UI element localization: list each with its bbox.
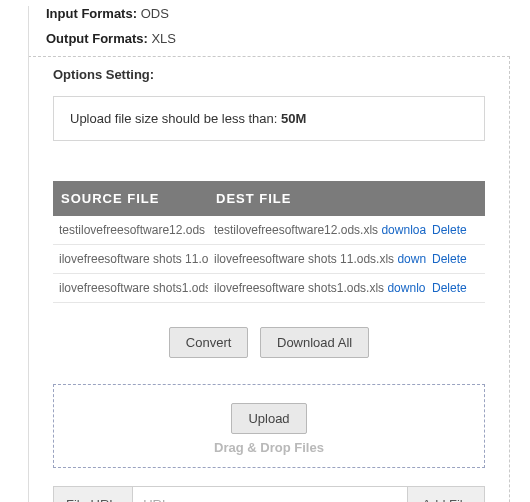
options-box: Options Setting: Upload file size should… xyxy=(28,56,510,502)
input-formats-line: Input Formats: ODS xyxy=(46,6,510,21)
upload-dropzone[interactable]: Upload Drag & Drop Files xyxy=(53,384,485,468)
source-file-cell: ilovefreesoftware shots1.ods xyxy=(53,274,208,303)
download-link[interactable]: download xyxy=(387,281,426,295)
dropzone-subtext: Drag & Drop Files xyxy=(54,440,484,455)
download-link[interactable]: download xyxy=(397,252,426,266)
dest-file-name: ilovefreesoftware shots 11.ods.xls xyxy=(214,252,394,266)
file-url-label: File URL: xyxy=(54,487,133,502)
source-file-cell: ilovefreesoftware shots 11.ods xyxy=(53,245,208,274)
output-formats-label: Output Formats: xyxy=(46,31,148,46)
delete-link[interactable]: Delete xyxy=(432,223,467,237)
notice-limit: 50M xyxy=(281,111,306,126)
action-button-row: Convert Download All xyxy=(53,327,485,358)
col-header-dest: DEST FILE xyxy=(208,181,426,216)
files-table: SOURCE FILE DEST FILE testilovefreesoftw… xyxy=(53,181,485,303)
file-url-input[interactable] xyxy=(133,487,407,502)
upload-size-notice: Upload file size should be less than: 50… xyxy=(53,96,485,141)
col-header-action xyxy=(426,181,485,216)
output-formats-line: Output Formats: XLS xyxy=(46,31,510,46)
convert-button[interactable]: Convert xyxy=(169,327,249,358)
input-formats-value: ODS xyxy=(141,6,169,21)
file-url-row: File URL: Add File xyxy=(53,486,485,502)
output-formats-value: XLS xyxy=(151,31,176,46)
notice-text: Upload file size should be less than: xyxy=(70,111,281,126)
download-all-button[interactable]: Download All xyxy=(260,327,369,358)
dest-file-cell: ilovefreesoftware shots 11.ods.xls downl… xyxy=(208,245,426,274)
delete-link[interactable]: Delete xyxy=(432,252,467,266)
table-row: testilovefreesoftware12.ods testilovefre… xyxy=(53,216,485,245)
add-file-button[interactable]: Add File xyxy=(407,487,484,502)
input-formats-label: Input Formats: xyxy=(46,6,137,21)
upload-button[interactable]: Upload xyxy=(231,403,306,434)
dest-file-name: testilovefreesoftware12.ods.xls xyxy=(214,223,378,237)
delete-link[interactable]: Delete xyxy=(432,281,467,295)
table-row: ilovefreesoftware shots 11.ods ilovefree… xyxy=(53,245,485,274)
options-title: Options Setting: xyxy=(53,67,485,82)
dest-file-name: ilovefreesoftware shots1.ods.xls xyxy=(214,281,384,295)
source-file-cell: testilovefreesoftware12.ods xyxy=(53,216,208,245)
col-header-source: SOURCE FILE xyxy=(53,181,208,216)
download-link[interactable]: download xyxy=(381,223,426,237)
left-rule xyxy=(28,6,29,502)
dest-file-cell: testilovefreesoftware12.ods.xls download xyxy=(208,216,426,245)
dest-file-cell: ilovefreesoftware shots1.ods.xls downloa… xyxy=(208,274,426,303)
table-row: ilovefreesoftware shots1.ods ilovefreeso… xyxy=(53,274,485,303)
